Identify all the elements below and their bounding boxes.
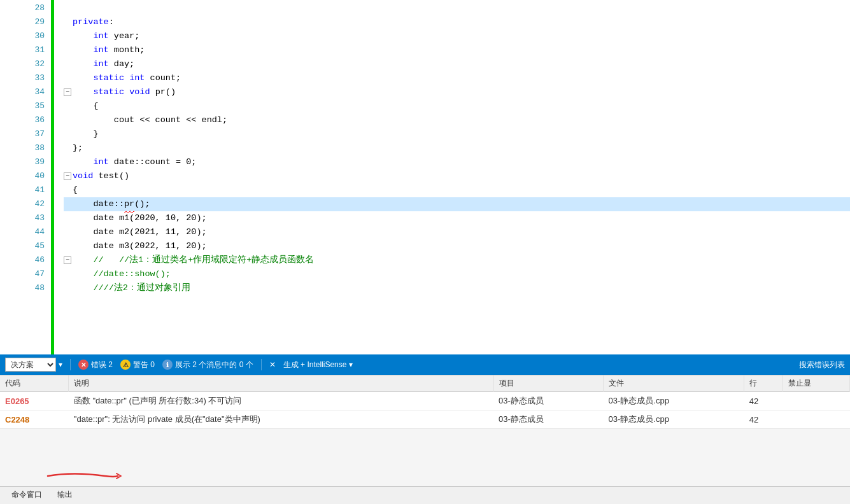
tab-output[interactable]: 输出 [51, 487, 79, 503]
build-label: 生成 + IntelliSense [283, 360, 347, 370]
code-line: static int count; [64, 71, 850, 85]
code-line [64, 1, 850, 15]
col-project: 项目 [493, 375, 603, 392]
fold-button[interactable]: − [64, 88, 71, 96]
code-line: //date::show(); [64, 267, 850, 281]
col-description: 说明 [69, 375, 493, 392]
code-line: date m2(2021, 11, 20); [64, 225, 850, 239]
error-icon: ✕ [78, 360, 89, 370]
error-row[interactable]: C2248 "date::pr": 无法访问 private 成员(在"date… [0, 410, 850, 429]
error-project: 03-静态成员 [493, 410, 603, 429]
code-line: − void test() [64, 169, 850, 183]
build-selector[interactable]: 生成 + IntelliSense ▾ [283, 360, 353, 370]
search-errors[interactable]: 搜索错误列表 [799, 360, 845, 370]
error-line: 42 [744, 392, 783, 410]
warning-label: 警告 0 [133, 360, 155, 370]
code-line: date m1(2020, 10, 20); [64, 211, 850, 225]
code-line: }; [64, 141, 850, 155]
col-file: 文件 [604, 375, 744, 392]
info-icon: ℹ [162, 360, 173, 370]
error-panel: 代码 说明 项目 文件 行 禁止显 E0265 函数 "date::pr" (已… [0, 375, 850, 486]
solution-selector[interactable]: 决方案 ▾ [5, 358, 62, 372]
code-line: int date::count = 0; [64, 155, 850, 169]
code-line: int year; [64, 29, 850, 43]
green-bar [51, 0, 54, 354]
filter-button[interactable]: ✕ [269, 360, 276, 369]
error-table-header: 代码 说明 项目 文件 行 禁止显 [0, 375, 850, 392]
code-line: int month; [64, 43, 850, 57]
error-suppress [783, 392, 849, 410]
code-line: date m3(2022, 11, 20); [64, 239, 850, 253]
search-label: 搜索错误列表 [799, 360, 845, 370]
warning-icon: ⚠ [120, 360, 131, 370]
code-line: ////法2：通过对象引用 [64, 281, 850, 295]
red-arrow-annotation [41, 468, 124, 481]
code-line: int day; [64, 57, 850, 71]
error-line: 42 [744, 410, 783, 429]
error-count[interactable]: ✕ 错误 2 [78, 360, 113, 370]
status-bar: 决方案 ▾ ✕ 错误 2 ⚠ 警告 0 ℹ 展示 2 个消息中的 0 个 ✕ 生… [0, 354, 850, 375]
error-file: 03-静态成员.cpp [604, 410, 744, 429]
line-numbers: 28 29 30 31 32 33 34 35 36 37 38 39 40 4… [0, 0, 51, 354]
error-table-body: E0265 函数 "date::pr" (已声明 所在行数:34) 不可访问 0… [0, 392, 850, 429]
col-code: 代码 [0, 375, 69, 392]
error-label: 错误 2 [91, 360, 113, 370]
error-description: 函数 "date::pr" (已声明 所在行数:34) 不可访问 [69, 392, 493, 410]
code-line: { [64, 99, 850, 113]
error-project: 03-静态成员 [493, 392, 603, 410]
info-label: 展示 2 个消息中的 0 个 [175, 360, 253, 370]
col-line: 行 [744, 375, 783, 392]
error-code: E0265 [0, 392, 69, 410]
tab-command-window[interactable]: 命令窗口 [5, 487, 48, 503]
error-code: C2248 [0, 410, 69, 429]
bottom-tabs: 命令窗口 输出 [0, 486, 850, 504]
warning-count[interactable]: ⚠ 警告 0 [120, 360, 155, 370]
error-table: 代码 说明 项目 文件 行 禁止显 E0265 函数 "date::pr" (已… [0, 375, 850, 429]
fold-button[interactable]: − [64, 172, 71, 180]
code-line: { [64, 183, 850, 197]
code-line: private: [64, 15, 850, 29]
error-description: "date::pr": 无法访问 private 成员(在"date"类中声明) [69, 410, 493, 429]
code-line-highlighted: date::pr(); [64, 197, 850, 211]
error-row[interactable]: E0265 函数 "date::pr" (已声明 所在行数:34) 不可访问 0… [0, 392, 850, 410]
error-suppress [783, 410, 849, 429]
col-suppress: 禁止显 [783, 375, 849, 392]
info-count[interactable]: ℹ 展示 2 个消息中的 0 个 [162, 360, 253, 370]
code-lines: private: int year; int month; int day; [51, 0, 850, 354]
error-file: 03-静态成员.cpp [604, 392, 744, 410]
code-line: − // //法1：通过类名+作用域限定符+静态成员函数名 [64, 253, 850, 267]
fold-button[interactable]: − [64, 256, 71, 264]
solution-dropdown[interactable]: 决方案 [5, 358, 56, 372]
code-line: cout << count << endl; [64, 113, 850, 127]
editor-area: 28 29 30 31 32 33 34 35 36 37 38 39 40 4… [0, 0, 850, 354]
code-line: − static void pr() [64, 85, 850, 99]
code-line: } [64, 127, 850, 141]
code-container: 28 29 30 31 32 33 34 35 36 37 38 39 40 4… [0, 0, 850, 354]
